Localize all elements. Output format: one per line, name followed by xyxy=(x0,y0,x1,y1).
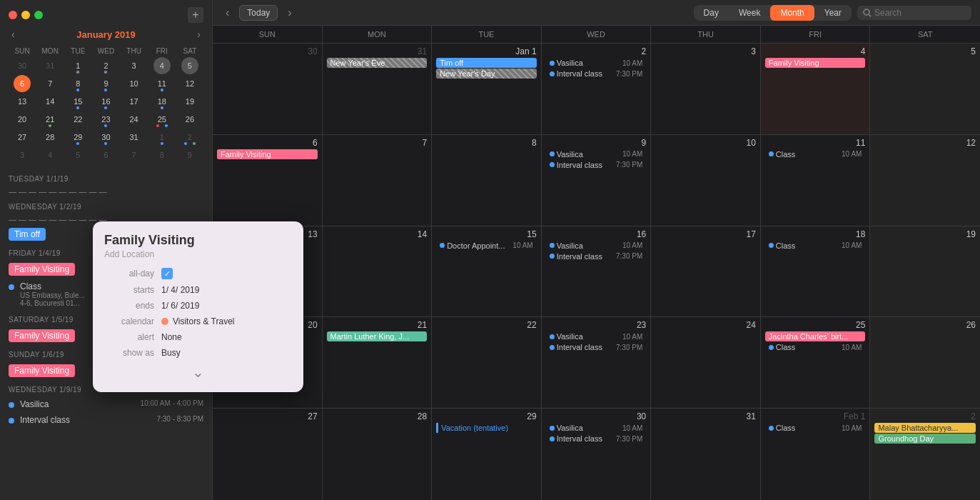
mini-day[interactable]: 20 xyxy=(14,111,31,128)
event-interval-class[interactable]: Interval class 7:30 PM xyxy=(546,434,647,444)
cal-cell[interactable]: 24 xyxy=(651,317,761,408)
event-interval-class[interactable]: Interval class 7:30 PM xyxy=(546,160,647,170)
mini-day[interactable]: 7 xyxy=(41,75,59,92)
popup-showas-value[interactable]: Busy xyxy=(161,348,181,358)
sidebar-event-pill-family[interactable]: Family Visiting xyxy=(9,263,75,276)
event-vasilica[interactable]: Vasilica 10 AM xyxy=(546,331,647,341)
mini-day[interactable]: 9 xyxy=(97,75,114,92)
mini-day[interactable]: 17 xyxy=(126,93,143,110)
cal-cell[interactable]: 9 Vasilica 10 AM Interval class 7:30 PM xyxy=(542,135,652,226)
event-mlk[interactable]: Martin Luther King, J... xyxy=(327,331,428,341)
popup-starts-value[interactable]: 1/ 4/ 2019 xyxy=(161,285,199,295)
mini-day[interactable]: 14 xyxy=(41,93,59,110)
cal-cell[interactable]: 31 xyxy=(651,409,761,500)
mini-day[interactable]: 22 xyxy=(69,111,86,128)
mini-day[interactable]: 11 xyxy=(153,75,171,92)
event-vasilica[interactable]: Vasilica 10 AM xyxy=(546,58,647,68)
cal-cell[interactable]: 28 xyxy=(323,409,433,500)
mini-day[interactable]: 30 xyxy=(14,57,31,74)
mini-day[interactable]: 31 xyxy=(126,129,143,146)
cal-cell[interactable]: 4 Family Visiting xyxy=(761,44,871,134)
cal-cell[interactable]: 7 xyxy=(323,135,433,226)
cal-cell[interactable]: Feb 1 Class 10 AM xyxy=(761,409,871,500)
prev-period-button[interactable]: ‹ xyxy=(221,5,233,21)
cal-cell[interactable]: 18 Class 10 AM xyxy=(761,226,871,317)
mini-day[interactable]: 30 xyxy=(97,129,114,146)
event-family-visiting[interactable]: Family Visiting xyxy=(217,149,318,159)
mini-day[interactable]: 12 xyxy=(181,75,198,92)
tab-month[interactable]: Month xyxy=(770,5,814,21)
event-tim-off[interactable]: Tim off xyxy=(436,58,537,68)
event-class[interactable]: Class 10 AM xyxy=(765,241,866,251)
event-jacintha[interactable]: Jacintha Charles' birt... xyxy=(765,331,866,341)
event-family-visiting[interactable]: Family Visiting xyxy=(765,58,866,68)
popup-close-arrow[interactable]: ⌄ xyxy=(104,364,292,381)
sidebar-event-pill-family[interactable]: Family Visiting xyxy=(9,364,75,377)
add-event-button[interactable]: + xyxy=(188,7,203,23)
mini-day[interactable]: 23 xyxy=(97,111,114,128)
prev-month-button[interactable]: ‹ xyxy=(9,27,18,41)
event-class[interactable]: Class 10 AM xyxy=(765,149,866,159)
next-period-button[interactable]: › xyxy=(283,5,295,21)
mini-day[interactable]: 18 xyxy=(153,93,171,110)
popup-add-location[interactable]: Add Location xyxy=(104,249,292,259)
mini-day[interactable]: 19 xyxy=(181,93,198,110)
cal-cell[interactable]: 14 xyxy=(323,226,433,317)
mini-day[interactable]: 1 xyxy=(69,57,86,74)
mini-day[interactable]: 4 xyxy=(153,57,171,74)
event-vasilica[interactable]: Vasilica 10 AM xyxy=(546,241,647,251)
cal-cell[interactable]: 12 xyxy=(870,135,980,226)
tab-day[interactable]: Day xyxy=(694,5,729,21)
cal-cell[interactable]: 26 xyxy=(870,317,980,408)
popup-ends-value[interactable]: 1/ 6/ 2019 xyxy=(161,301,199,311)
event-new-years-eve[interactable]: New Year's Eve xyxy=(327,58,428,68)
cal-cell[interactable]: 25 Jacintha Charles' birt... Class 10 AM xyxy=(761,317,871,408)
mini-day[interactable]: 15 xyxy=(69,93,86,110)
mini-day[interactable]: 26 xyxy=(181,111,198,128)
mini-day[interactable]: 2 xyxy=(97,57,114,74)
sidebar-event-pill-tim-off[interactable]: Tim off xyxy=(9,228,46,241)
mini-day[interactable]: 28 xyxy=(41,129,59,146)
event-interval-class[interactable]: Interval class 7:30 PM xyxy=(546,69,647,79)
event-interval-class[interactable]: Interval class 7:30 PM xyxy=(546,342,647,352)
cal-cell[interactable]: 10 xyxy=(651,135,761,226)
cal-cell[interactable]: 16 Vasilica 10 AM Interval class 7:30 PM xyxy=(542,226,652,317)
mini-day[interactable]: 1 xyxy=(153,129,171,146)
cal-cell[interactable]: 22 xyxy=(432,317,542,408)
sidebar-event-pill-family[interactable]: Family Visiting xyxy=(9,329,75,342)
cal-cell[interactable]: 23 Vasilica 10 AM Interval class 7:30 PM xyxy=(542,317,652,408)
event-new-years-day[interactable]: New Year's Day xyxy=(436,69,537,79)
popup-calendar-value[interactable]: Visitors & Travel xyxy=(173,316,234,326)
cal-cell[interactable]: 3 xyxy=(651,44,761,134)
event-groundhog[interactable]: Groundhog Day xyxy=(874,434,976,444)
cal-cell[interactable]: 2 Vasilica 10 AM Interval class 7:30 PM xyxy=(542,44,652,134)
search-input[interactable] xyxy=(874,8,960,18)
mini-day[interactable]: 31 xyxy=(41,57,59,74)
today-button[interactable]: Today xyxy=(239,5,278,21)
mini-day[interactable]: 21 xyxy=(41,111,59,128)
event-vacation[interactable]: Vacation (tentative) xyxy=(436,423,537,433)
mini-day[interactable]: 13 xyxy=(14,93,31,110)
mini-day[interactable]: 6 xyxy=(97,146,114,164)
mini-day[interactable]: 3 xyxy=(14,146,31,164)
mini-day[interactable]: 4 xyxy=(41,146,59,164)
event-doctor[interactable]: Doctor Appoint... 10 AM xyxy=(436,241,537,251)
close-button[interactable] xyxy=(9,11,17,19)
event-vasilica[interactable]: Vasilica 10 AM xyxy=(546,149,647,159)
mini-day[interactable]: 5 xyxy=(69,146,86,164)
mini-day[interactable]: 7 xyxy=(126,146,143,164)
minimize-button[interactable] xyxy=(21,11,30,19)
cal-cell[interactable]: 31 New Year's Eve xyxy=(323,44,433,134)
fullscreen-button[interactable] xyxy=(34,11,43,19)
cal-cell[interactable]: 2 Malay Bhattacharyya... Groundhog Day xyxy=(870,409,980,500)
cal-cell[interactable]: 11 Class 10 AM xyxy=(761,135,871,226)
cal-cell[interactable]: 5 xyxy=(870,44,980,134)
cal-cell[interactable]: 21 Martin Luther King, J... xyxy=(323,317,433,408)
cal-cell[interactable]: 30 Vasilica 10 AM Interval class 7:30 PM xyxy=(542,409,652,500)
event-malay[interactable]: Malay Bhattacharyya... xyxy=(874,423,976,433)
next-month-button[interactable]: › xyxy=(194,27,203,41)
mini-day[interactable]: 8 xyxy=(153,146,171,164)
cal-cell[interactable]: Jan 1 Tim off New Year's Day xyxy=(432,44,542,134)
cal-cell[interactable]: 8 xyxy=(432,135,542,226)
mini-day[interactable]: 9 xyxy=(181,146,198,164)
